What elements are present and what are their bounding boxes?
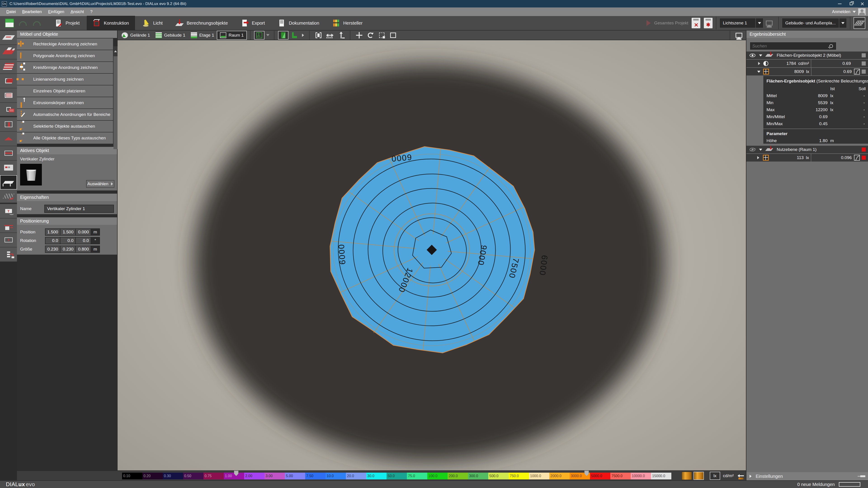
- settings-expander[interactable]: Einstellungen: [746, 472, 868, 480]
- color-swatch[interactable]: [862, 61, 866, 66]
- breadcrumb-raum[interactable]: Raum 1: [217, 31, 247, 40]
- tool-structure-tree[interactable]: [0, 248, 17, 262]
- tool-swap-all[interactable]: Alle Objekte dieses Typs austauschen: [17, 132, 113, 144]
- save-button[interactable]: [5, 19, 14, 28]
- tool-focus-frame[interactable]: +: [0, 233, 17, 248]
- tool-single-object[interactable]: Einzelnes Objekt platzieren: [17, 86, 113, 97]
- view-3d-button[interactable]: [278, 31, 288, 39]
- chevron-down-icon[interactable]: [759, 149, 762, 151]
- tool-poly-arrangement[interactable]: Polygonale Anordnung zeichnen: [17, 50, 113, 61]
- close-button[interactable]: [857, 0, 868, 7]
- tool-openings[interactable]: [0, 103, 17, 117]
- position-z-field[interactable]: 0.000: [76, 228, 91, 236]
- planning-mode-select[interactable]: Gebäude- und Außenpla...: [782, 18, 839, 28]
- tool-walls[interactable]: [0, 74, 17, 88]
- breadcrumb-gebaeude[interactable]: Gebäude 1: [153, 31, 188, 40]
- color-swatch-red[interactable]: [862, 156, 866, 160]
- light-scene-select[interactable]: Lichtszene 1: [719, 18, 756, 28]
- tab-hersteller[interactable]: Hersteller: [327, 16, 368, 30]
- tool-line-arrangement[interactable]: Linienanordnung zeichnen: [17, 74, 113, 85]
- rotation-x-field[interactable]: 0.0: [45, 237, 60, 244]
- tool-floor-covering[interactable]: [0, 190, 17, 204]
- tool-auto-arrangement[interactable]: Automatische Anordnungen für Bereiche: [17, 109, 113, 120]
- breadcrumb-etage[interactable]: Etage 1: [188, 31, 217, 40]
- tab-licht[interactable]: Licht: [136, 16, 168, 30]
- list-scrollbar[interactable]: [114, 46, 118, 149]
- external-display-button[interactable]: [734, 31, 744, 39]
- rect-select-button[interactable]: [388, 31, 398, 39]
- isoline-display-icon[interactable]: [854, 69, 860, 74]
- tool-dimension-line[interactable]: [0, 219, 17, 233]
- tool-site-surface[interactable]: [0, 31, 17, 45]
- planning-mode-caret[interactable]: [839, 18, 847, 28]
- tool-room-element[interactable]: [0, 161, 17, 175]
- color-swatch-red[interactable]: [862, 148, 866, 152]
- unit-lx-button[interactable]: lx: [710, 472, 720, 480]
- tool-swap-selected[interactable]: Selektierte Objekte austauschen: [17, 121, 113, 132]
- tool-column[interactable]: [0, 117, 17, 132]
- search-input[interactable]: [750, 43, 829, 48]
- chevron-down-icon[interactable]: [757, 71, 761, 73]
- measure-horizontal-button[interactable]: [324, 31, 335, 39]
- tool-extrusion[interactable]: Extrusionskörper zeichnen: [17, 97, 113, 108]
- menu-help[interactable]: ?: [90, 9, 92, 14]
- redo-button[interactable]: [33, 19, 42, 28]
- size-y-field[interactable]: 0.230: [60, 246, 76, 253]
- pin-icon[interactable]: [860, 475, 865, 477]
- edit-points-button[interactable]: [377, 31, 387, 39]
- color-swatch[interactable]: [862, 53, 866, 57]
- size-x-field[interactable]: 0.230: [45, 246, 60, 253]
- color-swatch[interactable]: [862, 70, 866, 74]
- tool-roof[interactable]: [0, 132, 17, 146]
- scroll-up-button[interactable]: [114, 46, 118, 56]
- floorplan-view-button[interactable]: [254, 31, 265, 39]
- workplane-row[interactable]: Nutzebene (Raum 1): [746, 146, 868, 153]
- select-object-button[interactable]: Auswählen: [86, 180, 114, 188]
- chevron-right-icon[interactable]: [758, 62, 760, 65]
- scene-canvas[interactable]: 12000 9000 7500 6000 6000 6000: [118, 40, 746, 470]
- workplane-metric-row[interactable]: 113lx 0.096: [746, 154, 868, 162]
- tab-berechnungsobjekte[interactable]: Berechnungsobjekte: [170, 16, 234, 30]
- isoline-display-icon[interactable]: [854, 155, 860, 161]
- visibility-eye-off-icon[interactable]: [749, 148, 755, 151]
- result-object-row[interactable]: Flächen-Ergebnisobjekt 2 (Möbel): [746, 52, 868, 59]
- menu-datei[interactable]: Datei: [6, 9, 16, 14]
- position-x-field[interactable]: 1.500: [45, 228, 60, 236]
- tool-facade[interactable]: [0, 88, 17, 103]
- undo-button[interactable]: [19, 19, 28, 28]
- view-more-caret[interactable]: [300, 34, 306, 37]
- tool-site-objects[interactable]: [0, 45, 17, 59]
- menu-ansicht[interactable]: Ansicht: [70, 9, 84, 14]
- breadcrumb-gelaende[interactable]: Gelände 1: [119, 31, 153, 40]
- messages-label[interactable]: 0 neue Meldungen: [797, 482, 835, 487]
- signin-control[interactable]: Anmelden: [832, 8, 866, 15]
- gradient-display-button[interactable]: [682, 472, 692, 480]
- zoom-fit-button[interactable]: [313, 31, 324, 39]
- tool-storeys[interactable]: [0, 59, 17, 74]
- floorplan-view-caret[interactable]: [265, 34, 271, 36]
- maximize-button[interactable]: [845, 0, 857, 7]
- cancel-calculation-button[interactable]: ✕: [691, 18, 701, 29]
- size-z-field[interactable]: 0.800: [76, 246, 91, 253]
- chevron-right-icon[interactable]: [757, 156, 759, 159]
- result-metric-row[interactable]: 1784cd/m² 0.69: [746, 60, 868, 67]
- rotation-z-field[interactable]: 0.0: [76, 237, 91, 244]
- calculation-settings-button[interactable]: ✱: [704, 18, 713, 29]
- tab-konstruktion[interactable]: Konstruktion: [87, 16, 135, 30]
- rotation-y-field[interactable]: 0.0: [60, 237, 76, 244]
- reset-scale-button[interactable]: [737, 472, 745, 480]
- rotate-tool-button[interactable]: [365, 31, 376, 39]
- chevron-down-icon[interactable]: [759, 55, 762, 57]
- tool-rect-arrangement[interactable]: Rechteckige Anordnung zeichnen: [17, 38, 113, 50]
- light-scene-caret[interactable]: [756, 18, 763, 28]
- visibility-eye-icon[interactable]: [749, 54, 755, 57]
- tool-text-annotation[interactable]: T: [0, 204, 17, 219]
- menu-bearbeiten[interactable]: Bearbeiten: [22, 9, 42, 14]
- tab-export[interactable]: Export: [235, 16, 271, 30]
- tab-projekt[interactable]: Projekt: [49, 16, 86, 30]
- tool-furniture[interactable]: [0, 175, 17, 190]
- result-metric-row[interactable]: 8009lx 0.69: [746, 68, 868, 75]
- view-section-button[interactable]: [289, 31, 300, 39]
- raster-view-button[interactable]: [854, 17, 865, 29]
- measure-vertical-button[interactable]: [336, 31, 346, 39]
